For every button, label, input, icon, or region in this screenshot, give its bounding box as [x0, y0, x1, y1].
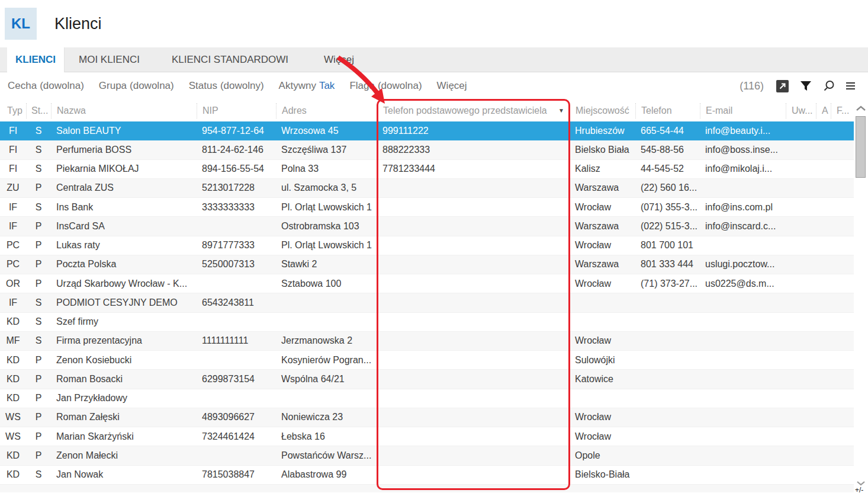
table-row[interactable]: WSPRoman Załęski4893096627Noniewicza 23W…: [0, 408, 854, 427]
table-row[interactable]: IFSIns Bank3333333333Pl. Orląt Lwowskich…: [0, 198, 854, 217]
cell-st[interactable]: P: [26, 374, 51, 385]
cell-typ[interactable]: KD: [0, 316, 26, 327]
cell-miejscowosc[interactable]: Wrocław: [570, 278, 635, 289]
cell-telefon[interactable]: (022) 515-3...: [635, 221, 700, 232]
cell-miejscowosc[interactable]: Hrubieszów: [570, 126, 635, 136]
cell-adres[interactable]: Stawki 2: [276, 259, 377, 270]
cell-adres[interactable]: Alabastrowa 99: [276, 469, 377, 480]
cell-nip[interactable]: 8971777333: [197, 240, 276, 251]
cell-miejscowosc[interactable]: Wrocław: [570, 431, 635, 442]
cell-nip[interactable]: 1111111111: [197, 335, 276, 346]
cell-miejscowosc[interactable]: Bielsko Biała: [570, 145, 635, 155]
table-row[interactable]: KDPRoman Bosacki6299873154Wspólna 64/21K…: [0, 370, 854, 389]
cell-st[interactable]: P: [26, 393, 51, 404]
cell-nazwa[interactable]: Lukas raty: [51, 240, 197, 251]
cell-adres[interactable]: ul. Szamocka 3, 5: [276, 183, 377, 193]
cell-nazwa[interactable]: Firma prezentacyjna: [51, 335, 197, 346]
cell-adres[interactable]: Łebska 16: [276, 431, 377, 442]
table-row[interactable]: PCPLukas raty8971777333Pl. Orląt Lwowski…: [0, 236, 854, 255]
cell-nazwa[interactable]: PODMIOT CESYJNY DEMO: [51, 297, 197, 308]
cell-st[interactable]: S: [26, 145, 51, 155]
cell-nazwa[interactable]: Jan Nowak: [51, 469, 197, 480]
cell-nip[interactable]: 6543243811: [197, 297, 276, 308]
cell-miejscowosc[interactable]: Warszawa: [570, 259, 635, 270]
tab-moi-klienci[interactable]: MOI KLIENCI: [70, 47, 148, 72]
tab-klienci[interactable]: KLIENCI: [7, 47, 65, 72]
cell-adres[interactable]: Szczęśliwa 137: [276, 145, 377, 155]
tab-wiecej[interactable]: Więcej: [316, 47, 362, 72]
tab-klienci-standardowi[interactable]: KLIENCI STANDARDOWI: [163, 47, 297, 72]
cell-nazwa[interactable]: Marian Skarżyński: [51, 431, 197, 442]
cell-nip[interactable]: 811-24-62-146: [197, 145, 276, 155]
cell-miejscowosc[interactable]: Katowice: [570, 374, 635, 385]
table-row[interactable]: PCPPoczta Polska5250007313Stawki 2Warsza…: [0, 255, 854, 274]
cell-nazwa[interactable]: InsCard SA: [51, 221, 197, 232]
table-row[interactable]: KDSJan Nowak7815038847Alabastrowa 99Biel…: [0, 466, 854, 485]
table-row[interactable]: IFPInsCard SAOstrobramska 103Warszawa(02…: [0, 217, 854, 236]
table-row[interactable]: FISSalon BEAUTY954-877-12-64Wrzosowa 459…: [0, 121, 854, 140]
cell-adres[interactable]: Kosynierów Pogran...: [276, 355, 377, 366]
cell-email[interactable]: us0225@ds.m...: [700, 278, 786, 289]
scrollbar-thumb[interactable]: [856, 116, 866, 178]
column-header-email[interactable]: E-mail: [700, 103, 786, 119]
cell-nip[interactable]: 7815038847: [197, 469, 276, 480]
table-row[interactable]: FISPerfumeria BOSS811-24-62-146Szczęśliw…: [0, 140, 854, 159]
cell-miejscowosc[interactable]: Wrocław: [570, 202, 635, 213]
cell-miejscowosc[interactable]: Warszawa: [570, 183, 635, 193]
cell-email[interactable]: info@inscard.c...: [700, 221, 786, 232]
cell-nip[interactable]: 7324461424: [197, 431, 276, 442]
vertical-scrollbar[interactable]: +/-: [854, 101, 867, 493]
menu-icon[interactable]: [846, 82, 855, 90]
filter-cecha[interactable]: Cecha(dowolna): [8, 80, 84, 92]
cell-nip[interactable]: 4893096627: [197, 412, 276, 422]
cell-nazwa[interactable]: Salon BEAUTY: [51, 126, 197, 136]
cell-st[interactable]: P: [26, 450, 51, 461]
cell-nazwa[interactable]: Centrala ZUS: [51, 183, 197, 193]
cell-nazwa[interactable]: Jan Przykładowy: [51, 393, 197, 404]
cell-tel_przedst[interactable]: 888222333: [377, 145, 570, 155]
cell-email[interactable]: info@ins.com.pl: [700, 202, 786, 213]
cell-st[interactable]: P: [26, 240, 51, 251]
cell-email[interactable]: info@beauty.i...: [700, 126, 786, 136]
cell-typ[interactable]: FI: [0, 164, 26, 174]
cell-typ[interactable]: IF: [0, 202, 26, 213]
cell-st[interactable]: P: [26, 278, 51, 289]
column-header-nazwa[interactable]: Nazwa: [51, 103, 197, 119]
cell-miejscowosc[interactable]: Opole: [570, 450, 635, 461]
cell-typ[interactable]: KD: [0, 469, 26, 480]
cell-typ[interactable]: KD: [0, 393, 26, 404]
filter-grupa[interactable]: Grupa(dowolna): [99, 80, 174, 92]
cell-nazwa[interactable]: Zenon Małecki: [51, 450, 197, 461]
cell-miejscowosc[interactable]: Wrocław: [570, 412, 635, 422]
filter-aktywny[interactable]: AktywnyTak: [279, 80, 335, 92]
table-row[interactable]: WSPMarian Skarżyński7324461424Łebska 16W…: [0, 427, 854, 446]
cell-telefon[interactable]: (22) 560 16...: [635, 183, 700, 193]
cell-nazwa[interactable]: Roman Bosacki: [51, 374, 197, 385]
cell-typ[interactable]: KD: [0, 374, 26, 385]
sort-desc-icon[interactable]: ▼: [558, 107, 570, 114]
cell-typ[interactable]: PC: [0, 240, 26, 251]
cell-typ[interactable]: PC: [0, 259, 26, 270]
cell-email[interactable]: uslugi.pocztow...: [700, 259, 786, 270]
cell-adres[interactable]: Ostrobramska 103: [276, 221, 377, 232]
column-header-typ[interactable]: Typ: [0, 103, 26, 119]
cell-typ[interactable]: ZU: [0, 183, 26, 193]
cell-st[interactable]: S: [26, 202, 51, 213]
cell-adres[interactable]: Pl. Orląt Lwowskich 1: [276, 202, 377, 213]
cell-nazwa[interactable]: Urząd Skarbowy Wrocław - K...: [51, 278, 197, 289]
cell-nazwa[interactable]: Roman Załęski: [51, 412, 197, 422]
scroll-up-icon[interactable]: [856, 103, 866, 114]
cell-nip[interactable]: 894-156-55-54: [197, 164, 276, 174]
cell-miejscowosc[interactable]: Kalisz: [570, 164, 635, 174]
column-header-st[interactable]: St...: [26, 103, 51, 119]
table-row[interactable]: MFSFirma prezentacyjna1111111111Jerzmano…: [0, 332, 854, 351]
cell-adres[interactable]: Pl. Orląt Lwowskich 1: [276, 240, 377, 251]
cell-nip[interactable]: 5250007313: [197, 259, 276, 270]
column-header-miejscowosc[interactable]: Miejscowość: [570, 103, 635, 119]
table-row[interactable]: KDPZenon KosiebuckiKosynierów Pogran...S…: [0, 351, 854, 370]
cell-nazwa[interactable]: Szef firmy: [51, 316, 197, 327]
cell-adres[interactable]: Polna 33: [276, 164, 377, 174]
filter-icon[interactable]: [800, 81, 812, 91]
cell-typ[interactable]: KD: [0, 450, 26, 461]
cell-telefon[interactable]: (071) 355-3...: [635, 202, 700, 213]
